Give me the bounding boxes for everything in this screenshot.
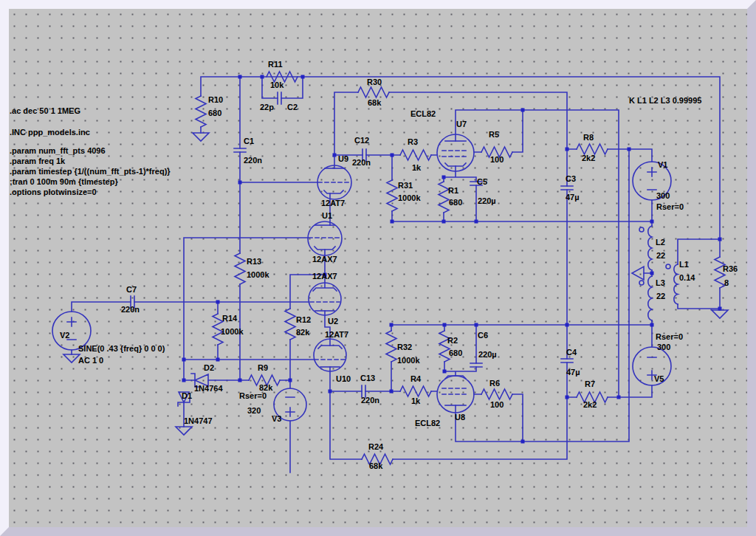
schematic-canvas[interactable]: .ac dec 50 1 1MEG.INC ppp_models.inc.par… bbox=[0, 0, 756, 536]
resistor-R2[interactable] bbox=[439, 331, 450, 362]
resistor-R3[interactable] bbox=[400, 150, 431, 160]
center-tap-arrow-icon bbox=[632, 267, 644, 280]
capacitor-C7[interactable] bbox=[131, 296, 134, 308]
inductor-L3[interactable] bbox=[648, 276, 652, 320]
tube-U9-triode[interactable] bbox=[317, 165, 351, 199]
capacitor-C13[interactable] bbox=[362, 385, 365, 397]
resistor-R14[interactable] bbox=[213, 314, 223, 345]
phase-dot-L2 bbox=[639, 227, 644, 232]
resistor-R1[interactable] bbox=[439, 182, 449, 213]
capacitor-C6[interactable] bbox=[470, 363, 482, 367]
capacitor-C4[interactable] bbox=[561, 359, 573, 363]
tube-U2-triode-inverted[interactable] bbox=[309, 275, 341, 315]
resistor-R24[interactable] bbox=[362, 454, 393, 464]
resistor-R11[interactable] bbox=[267, 72, 298, 82]
ground-icon bbox=[193, 133, 209, 141]
resistor-R5[interactable] bbox=[481, 147, 512, 157]
capacitor-C5[interactable] bbox=[470, 182, 482, 185]
phase-dot-L1 bbox=[666, 264, 670, 269]
voltage-source-V5[interactable] bbox=[633, 347, 671, 385]
schematic-window: .ac dec 50 1 1MEG.INC ppp_models.inc.par… bbox=[0, 0, 756, 536]
voltage-source-V1[interactable] bbox=[633, 162, 671, 200]
capacitor-C12[interactable] bbox=[362, 149, 366, 161]
voltage-source-V3[interactable] bbox=[274, 388, 306, 421]
resistor-R32[interactable] bbox=[386, 331, 396, 362]
circuit-graphics bbox=[0, 0, 756, 536]
ground-icon bbox=[176, 427, 192, 435]
inductor-L2[interactable] bbox=[648, 226, 652, 270]
resistor-R9[interactable] bbox=[249, 375, 280, 385]
wire-network[interactable] bbox=[72, 77, 720, 473]
resistor-R30[interactable] bbox=[358, 87, 389, 97]
resistor-R8[interactable] bbox=[577, 144, 608, 154]
resistor-R13[interactable] bbox=[235, 253, 245, 284]
resistor-R12[interactable] bbox=[285, 309, 295, 340]
ground-icon bbox=[712, 310, 728, 318]
resistor-R10[interactable] bbox=[196, 96, 206, 127]
voltage-source-V2[interactable] bbox=[52, 312, 91, 350]
capacitor-C2[interactable] bbox=[278, 92, 281, 104]
capacitor-C3[interactable] bbox=[561, 186, 573, 190]
phase-dot-L3 bbox=[639, 281, 644, 285]
diode-D2-zener[interactable] bbox=[191, 374, 208, 387]
resistor-R31[interactable] bbox=[387, 180, 397, 211]
inductor-L1[interactable] bbox=[674, 264, 678, 304]
resistor-R4[interactable] bbox=[400, 386, 431, 396]
resistor-R7[interactable] bbox=[577, 392, 608, 402]
capacitor-C1[interactable] bbox=[234, 148, 246, 152]
resistor-R6[interactable] bbox=[481, 389, 512, 399]
resistor-R36[interactable] bbox=[715, 257, 725, 288]
ground-icon bbox=[63, 354, 80, 363]
ground-symbols bbox=[63, 133, 728, 435]
